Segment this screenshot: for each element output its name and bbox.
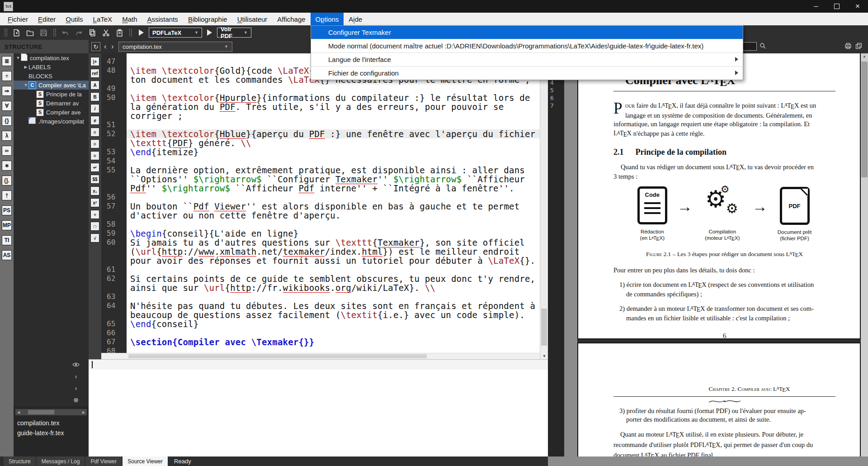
close-button[interactable]: ×	[847, 0, 868, 13]
editor-code-row[interactable]: \section{Compiler avec \Texmaker{}}	[127, 338, 540, 347]
undo-button[interactable]	[59, 27, 71, 38]
pdf-page-nav-number[interactable]: 5	[548, 86, 564, 94]
editor-code-row[interactable]: ainsi que sur \url{http://fr.wikibooks.o…	[127, 283, 540, 292]
inline-math-icon[interactable]: $$	[90, 175, 99, 184]
editor-code-row[interactable]: d'activer ou non cette fenêtre d'aperçu.	[127, 211, 540, 220]
editor-code-row[interactable]: N'hésite pas quand tu débutes. Les deux …	[127, 301, 540, 310]
log-area[interactable]	[89, 359, 548, 456]
structure-tree-item[interactable]: ./Images/compilat	[14, 117, 89, 126]
font-size-icon[interactable]: A	[90, 81, 99, 90]
editor-code-row[interactable]: \texttt{PDF} généré. \\	[127, 138, 540, 147]
structure-tree-item[interactable]: ▼compilation.tex	[14, 53, 89, 62]
structure-tree-item[interactable]: ▶LABELS	[14, 62, 89, 71]
editor-code-row[interactable]: \end{conseil}	[127, 319, 540, 328]
editor-code-row[interactable]: la génération du PDF. Très utile, s'il y…	[127, 102, 540, 111]
menu-item[interactable]: Mode normal (document maître actuel :D:\…	[311, 39, 743, 52]
detach-window-icon[interactable]	[855, 43, 862, 49]
menu-item[interactable]: Fichier de configuration	[311, 66, 743, 80]
scroll-down-icon[interactable]: ▼	[540, 353, 548, 359]
editor-code-row[interactable]: Si jamais tu as d'autres questions sur \…	[127, 238, 540, 247]
editor-code-row[interactable]: La dernière option, extrêmement pratique…	[127, 166, 540, 175]
editor-code-row[interactable]	[127, 157, 540, 166]
misc-math-tab-icon[interactable]: ∗	[2, 161, 12, 171]
menubar-item-options[interactable]: Options	[311, 13, 344, 25]
menubar-item-fichier[interactable]: Fichier	[3, 13, 33, 25]
view-pdf-button[interactable]: Voir PDF ▼	[217, 28, 251, 38]
structure-tab-icon[interactable]: ≣	[2, 56, 12, 66]
insert-icon[interactable]: |+	[90, 57, 99, 66]
menubar-item-assistants[interactable]: Assistants	[142, 13, 183, 25]
special-chars-tab-icon[interactable]: †	[2, 190, 12, 200]
eye-icon[interactable]	[71, 360, 80, 369]
menubar-item-editer[interactable]: Editer	[33, 13, 61, 25]
next-arrow-icon[interactable]: ›	[71, 372, 80, 381]
greek-letters-tab-icon[interactable]: λ	[2, 131, 12, 141]
pdf-page-nav-number[interactable]: 7	[548, 102, 564, 109]
italic-icon[interactable]: i	[90, 104, 99, 113]
copy-button[interactable]	[86, 27, 99, 38]
menubar-item-latex[interactable]: LaTeX	[88, 13, 118, 25]
tikz-tab-icon[interactable]: TI	[2, 235, 12, 245]
printer-icon[interactable]	[844, 43, 852, 49]
editor-code-row[interactable]: corriger ;	[127, 111, 540, 120]
statusbar-structure-button[interactable]: Structure	[4, 456, 36, 466]
redo-button[interactable]	[73, 27, 85, 38]
nav-back-button[interactable]: ‹	[104, 42, 107, 52]
menubar-item-affichage[interactable]: Affichage	[272, 13, 310, 25]
statusbar-messages-log-button[interactable]: Messages / Log	[37, 456, 85, 466]
relation-symbols-tab-icon[interactable]: ÷	[2, 71, 12, 81]
emphasis-icon[interactable]: e	[90, 116, 99, 125]
most-used-symbols-tab-icon[interactable]: ∞	[2, 146, 12, 156]
description-icon[interactable]: ≡	[90, 151, 99, 160]
arrow-symbols-tab-icon[interactable]: ⇒	[2, 86, 12, 96]
editor-code-row[interactable]: \item \textcolor{Hblue}{aperçu du PDF :}…	[127, 129, 540, 138]
menubar-item-outils[interactable]: Outils	[61, 13, 88, 25]
statusbar-source-viewer-button[interactable]: Source Viewer	[123, 456, 168, 466]
scroll-thumb[interactable]	[861, 62, 868, 177]
fraction-icon[interactable]: ÷	[90, 210, 99, 219]
editor-code[interactable]: \item \textcolor{Gold}{code \LaTeX{} :} …	[127, 53, 540, 353]
structure-tree-item[interactable]: SPrincipe de la	[14, 90, 89, 99]
prev-arrow-icon[interactable]: ‹	[71, 384, 80, 393]
open-file-item[interactable]: compilation.tex	[14, 418, 89, 428]
structure-tree-item[interactable]: BLOCKS	[14, 71, 89, 81]
paste-button[interactable]	[113, 27, 126, 38]
nav-forward-button[interactable]: ›	[111, 42, 114, 52]
toolbar-grip[interactable]	[129, 29, 132, 37]
asymptote-tab-icon[interactable]: AS	[2, 250, 12, 260]
menu-item[interactable]: Langue de l'interface	[311, 52, 743, 66]
editor-code-row[interactable]: \end{itemize}	[127, 147, 540, 157]
minimize-button[interactable]: ─	[806, 0, 826, 13]
editor-code-row[interactable]: pour avoir des réponses et fournit aussi…	[127, 256, 540, 265]
maximize-button[interactable]	[826, 0, 847, 13]
editor-code-row[interactable]	[127, 292, 540, 301]
menu-item[interactable]: Configurer Texmaker	[311, 26, 743, 39]
editor-code-row[interactable]	[127, 328, 540, 338]
close-log-icon[interactable]: ⊗	[71, 395, 80, 404]
cut-button[interactable]	[100, 27, 112, 38]
scroll-right-icon[interactable]: ▶	[80, 410, 87, 414]
structure-tree-item[interactable]: ▼CCompiler avec \La	[14, 81, 89, 90]
structure-tree-item[interactable]: SCompiler ave	[14, 108, 89, 117]
scroll-left-icon[interactable]: ◀	[15, 410, 22, 414]
toolbar-grip[interactable]	[53, 29, 56, 37]
editor-code-row[interactable]: Pdf'' $\rightarrow$ ``Afficheur Pdf inte…	[127, 184, 540, 193]
open-file-item[interactable]: guide-latex-fr.tex	[14, 428, 89, 438]
editor-code-row[interactable]: Si certains points de ce guide te semble…	[127, 274, 540, 283]
editor-code-row[interactable]: Un bouton ``Pdf Viewer'' est alors dispo…	[127, 202, 540, 211]
editor-code-row[interactable]	[127, 84, 540, 93]
bold-icon[interactable]: B	[90, 92, 99, 101]
superscript-icon[interactable]: x²	[90, 198, 99, 207]
refresh-structure-button[interactable]: ↻	[91, 42, 100, 51]
scroll-thumb[interactable]	[28, 410, 54, 414]
open-file-select[interactable]: compilation.tex ▼	[118, 42, 232, 52]
square-root-icon[interactable]: √	[90, 233, 99, 243]
metapost-tab-icon[interactable]: MP	[2, 220, 12, 230]
run-button[interactable]	[135, 27, 147, 38]
editor-code-row[interactable]: (\url{http://www.xmlmath.net/texmaker/in…	[127, 247, 540, 256]
scroll-up-icon[interactable]: ▲	[861, 54, 868, 58]
editor-code-row[interactable]: \begin{conseil}{L'aide en ligne}	[127, 229, 540, 238]
compile-mode-select[interactable]: PDFLaTeX ▼	[149, 28, 202, 38]
editor-code-row[interactable]	[127, 265, 540, 274]
search-icon[interactable]	[760, 43, 766, 49]
